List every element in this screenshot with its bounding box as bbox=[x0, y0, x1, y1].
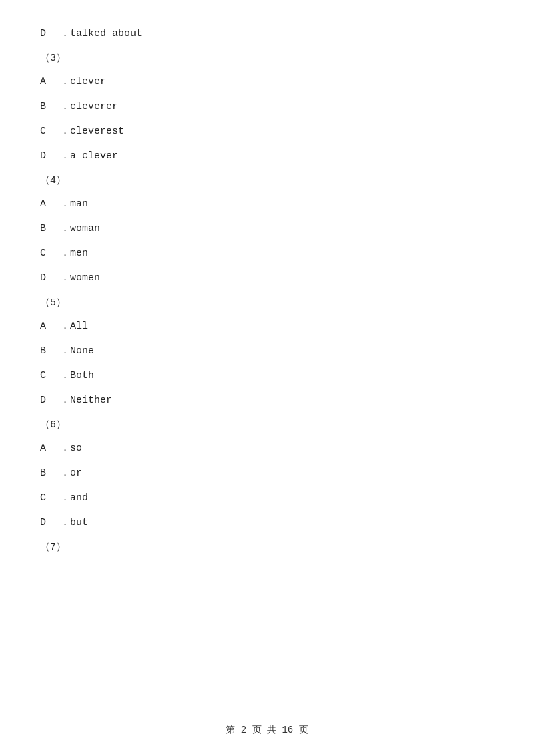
option-letter: B bbox=[40, 101, 60, 112]
option-letter: B bbox=[40, 467, 60, 479]
q5-option-b: B ． None bbox=[40, 344, 494, 357]
q6-option-c: C ． and bbox=[40, 491, 494, 504]
option-letter: D bbox=[40, 150, 60, 162]
footer-text: 第 2 页 共 16 页 bbox=[226, 725, 308, 735]
option-dot: ． bbox=[60, 100, 70, 112]
q5-option-c: C ． Both bbox=[40, 369, 494, 381]
option-text: or bbox=[70, 467, 82, 479]
option-dot: ． bbox=[60, 197, 70, 210]
question-number-4: （4） bbox=[40, 174, 494, 186]
option-text: Both bbox=[70, 370, 94, 381]
option-letter: C bbox=[40, 370, 60, 381]
q3-option-b: B ． cleverer bbox=[40, 100, 494, 112]
option-text: cleverest bbox=[70, 126, 124, 137]
option-dot: ． bbox=[60, 222, 70, 234]
option-dot: ． bbox=[60, 124, 70, 137]
question-5: （5） A ． All B ． None C ． Both D ． Neithe… bbox=[40, 296, 494, 406]
option-dot: ． bbox=[60, 393, 70, 406]
q6-option-d: D ． but bbox=[40, 516, 494, 528]
option-text: Neither bbox=[70, 395, 112, 406]
question-3: （3） A ． clever B ． cleverer C ． cleveres… bbox=[40, 51, 494, 162]
top-option-group: D ． talked about bbox=[40, 27, 494, 39]
question-4: （4） A ． man B ． woman C ． men D ． women bbox=[40, 174, 494, 284]
option-letter: A bbox=[40, 321, 60, 332]
option-text: so bbox=[70, 443, 82, 454]
question-number-6: （6） bbox=[40, 418, 494, 431]
q4-option-c: C ． men bbox=[40, 246, 494, 259]
option-text: and bbox=[70, 492, 88, 504]
option-letter: A bbox=[40, 198, 60, 210]
option-dot: ． bbox=[60, 246, 70, 259]
option-text: men bbox=[70, 248, 88, 259]
option-letter: D bbox=[40, 517, 60, 528]
option-text: All bbox=[70, 321, 88, 332]
page-footer: 第 2 页 共 16 页 bbox=[0, 724, 534, 736]
option-dot: ． bbox=[60, 466, 70, 479]
q4-option-a: A ． man bbox=[40, 197, 494, 210]
option-dot: ． bbox=[60, 149, 70, 162]
q5-option-d: D ． Neither bbox=[40, 393, 494, 406]
option-letter: C bbox=[40, 248, 60, 259]
option-letter: D bbox=[40, 272, 60, 284]
option-letter: C bbox=[40, 492, 60, 504]
option-letter: A bbox=[40, 443, 60, 454]
option-text: clever bbox=[70, 76, 106, 87]
option-dot: ． bbox=[60, 319, 70, 332]
question-number-7: （7） bbox=[40, 540, 494, 553]
page-content: D ． talked about （3） A ． clever B ． clev… bbox=[0, 0, 534, 605]
option-dot: ． bbox=[60, 369, 70, 381]
question-number-5: （5） bbox=[40, 296, 494, 309]
option-letter: D bbox=[40, 28, 60, 39]
option-letter: D bbox=[40, 395, 60, 406]
option-text: None bbox=[70, 345, 94, 357]
option-text: talked about bbox=[70, 28, 142, 39]
option-letter: B bbox=[40, 345, 60, 357]
q4-option-b: B ． woman bbox=[40, 222, 494, 234]
option-text: a clever bbox=[70, 150, 118, 162]
q5-option-a: A ． All bbox=[40, 319, 494, 332]
q3-option-d: D ． a clever bbox=[40, 149, 494, 162]
option-text: but bbox=[70, 517, 88, 528]
option-text: man bbox=[70, 198, 88, 210]
q3-option-c: C ． cleverest bbox=[40, 124, 494, 137]
option-dot: ． bbox=[60, 271, 70, 284]
option-dot: ． bbox=[60, 516, 70, 528]
option-text: women bbox=[70, 272, 100, 284]
question-number-3: （3） bbox=[40, 51, 494, 64]
q6-option-b: B ． or bbox=[40, 466, 494, 479]
question-6: （6） A ． so B ． or C ． and D ． but bbox=[40, 418, 494, 528]
option-dot: ． bbox=[60, 75, 70, 87]
q6-option-a: A ． so bbox=[40, 441, 494, 454]
q4-option-d: D ． women bbox=[40, 271, 494, 284]
q3-option-a: A ． clever bbox=[40, 75, 494, 87]
option-letter: C bbox=[40, 126, 60, 137]
option-dot: ． bbox=[60, 344, 70, 357]
option-letter: A bbox=[40, 76, 60, 87]
option-text: woman bbox=[70, 223, 100, 234]
option-dot: ． bbox=[60, 441, 70, 454]
option-text: cleverer bbox=[70, 101, 118, 112]
option-dot: ． bbox=[60, 27, 70, 39]
option-d-talked-about: D ． talked about bbox=[40, 27, 494, 39]
question-7: （7） bbox=[40, 540, 494, 553]
option-dot: ． bbox=[60, 491, 70, 504]
option-letter: B bbox=[40, 223, 60, 234]
